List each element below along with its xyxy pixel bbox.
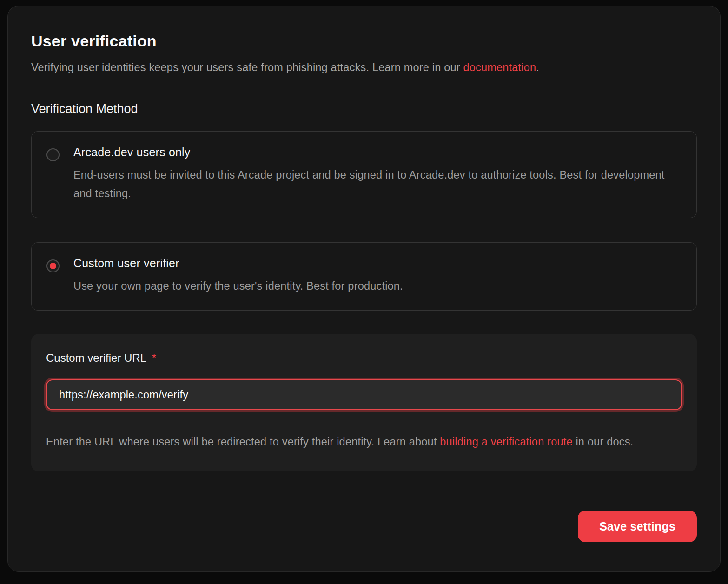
actions-row: Save settings	[31, 511, 697, 542]
option-label: Custom user verifier	[73, 257, 403, 270]
option-description: Use your own page to verify the user's i…	[73, 277, 403, 295]
page-subtitle: Verifying user identities keeps your use…	[31, 61, 697, 74]
required-asterisk: *	[152, 352, 156, 365]
verification-route-link[interactable]: building a verification route	[440, 436, 572, 448]
custom-verifier-url-panel: Custom verifier URL * Enter the URL wher…	[31, 334, 697, 471]
custom-verifier-url-label: Custom verifier URL	[46, 352, 146, 365]
option-arcade-users-only[interactable]: Arcade.dev users only End-users must be …	[31, 131, 697, 218]
subtitle-text-after: .	[536, 61, 539, 73]
option-description: End-users must be invited to this Arcade…	[73, 166, 680, 203]
documentation-link[interactable]: documentation	[463, 61, 536, 73]
option-content: Arcade.dev users only End-users must be …	[73, 146, 680, 203]
option-label: Arcade.dev users only	[73, 146, 680, 159]
radio-dot	[50, 263, 56, 269]
custom-verifier-url-input[interactable]	[46, 379, 682, 410]
option-content: Custom user verifier Use your own page t…	[73, 257, 403, 295]
url-label-row: Custom verifier URL *	[46, 352, 682, 365]
radio-custom-user-verifier[interactable]	[46, 259, 60, 272]
save-settings-button[interactable]: Save settings	[578, 511, 697, 542]
verification-method-heading: Verification Method	[31, 102, 697, 116]
helper-text-before: Enter the URL where users will be redire…	[46, 436, 440, 448]
radio-arcade-users-only[interactable]	[46, 148, 60, 161]
user-verification-card: User verification Verifying user identit…	[7, 6, 721, 572]
url-helper-text: Enter the URL where users will be redire…	[46, 432, 678, 451]
page-title: User verification	[31, 32, 697, 50]
option-custom-user-verifier[interactable]: Custom user verifier Use your own page t…	[31, 242, 697, 311]
helper-text-after: in our docs.	[573, 436, 634, 448]
subtitle-text: Verifying user identities keeps your use…	[31, 61, 463, 73]
